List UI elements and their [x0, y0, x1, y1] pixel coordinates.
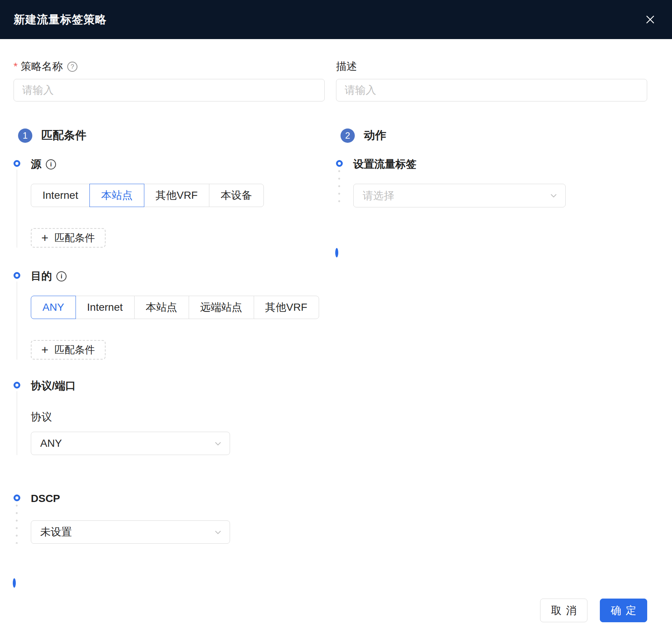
source-option-local-device[interactable]: 本设备: [209, 184, 264, 207]
dialog-header: 新建流量标签策略: [0, 0, 672, 39]
destination-option-local-site[interactable]: 本站点: [134, 296, 189, 319]
info-icon[interactable]: i: [46, 159, 56, 169]
close-button[interactable]: [643, 12, 658, 27]
dialog-title: 新建流量标签策略: [14, 12, 107, 27]
chevron-down-icon: [549, 192, 558, 200]
add-source-match-condition-button[interactable]: + 匹配条件: [31, 228, 106, 248]
match-conditions-column: 源 i Internet 本站点 其他VRF 本设备 + 匹配条件: [14, 158, 325, 589]
timeline-bullet: [14, 494, 20, 501]
required-asterisk: *: [14, 60, 18, 73]
step2-number-badge: 2: [341, 129, 355, 143]
chevron-down-icon: [214, 440, 222, 448]
dscp-section: DSCP 未设置: [14, 493, 325, 580]
source-option-group: Internet 本站点 其他VRF 本设备: [31, 184, 264, 207]
protocol-port-label: 协议/端口: [31, 379, 76, 393]
policy-name-field: * 策略名称 ?: [14, 60, 325, 101]
source-option-local-site[interactable]: 本站点: [89, 184, 144, 207]
timeline-end-bullseye: [335, 248, 338, 257]
action-column: 设置流量标签 请选择: [336, 158, 647, 259]
timeline-bullet: [14, 382, 20, 389]
source-option-internet[interactable]: Internet: [31, 184, 90, 207]
protocol-select[interactable]: ANY: [31, 432, 230, 455]
confirm-button[interactable]: 确定: [600, 599, 647, 622]
step1-header: 1 匹配条件: [14, 128, 325, 143]
policy-name-input[interactable]: [14, 79, 325, 101]
protocol-port-section: 协议/端口 协议 ANY: [14, 380, 325, 493]
traffic-tag-select[interactable]: 请选择: [353, 184, 566, 207]
add-destination-match-condition-button[interactable]: + 匹配条件: [31, 340, 106, 360]
dscp-select-value: 未设置: [40, 525, 72, 539]
destination-option-internet[interactable]: Internet: [76, 296, 135, 319]
source-label: 源: [31, 157, 41, 171]
dscp-label: DSCP: [31, 493, 60, 505]
set-traffic-tag-section: 设置流量标签 请选择: [336, 158, 647, 249]
timeline-end-bullseye: [13, 578, 16, 588]
description-input[interactable]: [336, 79, 647, 101]
step2-title: 动作: [364, 128, 386, 143]
cancel-button[interactable]: 取消: [540, 599, 587, 622]
set-traffic-tag-label: 设置流量标签: [353, 157, 416, 171]
close-icon: [645, 14, 656, 25]
destination-label: 目的: [31, 269, 52, 283]
plus-icon: +: [41, 344, 48, 356]
step1-title: 匹配条件: [41, 128, 86, 143]
action-timeline-end: [336, 249, 647, 259]
destination-option-group: ANY Internet 本站点 远端站点 其他VRF: [31, 296, 319, 319]
description-field: 描述: [336, 60, 647, 101]
step1-number-badge: 1: [18, 129, 32, 143]
description-label: 描述: [336, 59, 357, 74]
destination-section: 目的 i ANY Internet 本站点 远端站点 其他VRF + 匹配条件: [14, 270, 325, 380]
dialog-footer: 取消 确定: [540, 599, 647, 622]
chevron-down-icon: [214, 528, 222, 537]
create-traffic-tag-policy-dialog: 新建流量标签策略 * 策略名称 ? 描述 1 匹配条件: [0, 0, 672, 589]
timeline-bullet: [14, 272, 20, 279]
step2-header: 2 动作: [336, 128, 647, 143]
policy-name-label: 策略名称: [21, 59, 63, 74]
match-timeline-end: [14, 580, 325, 589]
timeline-bullet: [336, 160, 343, 167]
protocol-select-value: ANY: [40, 437, 62, 449]
plus-icon: +: [41, 232, 48, 244]
source-section: 源 i Internet 本站点 其他VRF 本设备 + 匹配条件: [14, 158, 325, 270]
protocol-label: 协议: [31, 410, 325, 421]
traffic-tag-select-placeholder: 请选择: [363, 189, 394, 203]
destination-option-any[interactable]: ANY: [31, 296, 76, 319]
source-option-other-vrf[interactable]: 其他VRF: [144, 184, 209, 207]
timeline-bullet: [14, 160, 20, 167]
dscp-select[interactable]: 未设置: [31, 520, 230, 544]
info-icon[interactable]: i: [56, 271, 67, 281]
destination-option-remote-site[interactable]: 远端站点: [189, 296, 254, 319]
help-icon[interactable]: ?: [67, 62, 77, 72]
destination-option-other-vrf[interactable]: 其他VRF: [254, 296, 319, 319]
